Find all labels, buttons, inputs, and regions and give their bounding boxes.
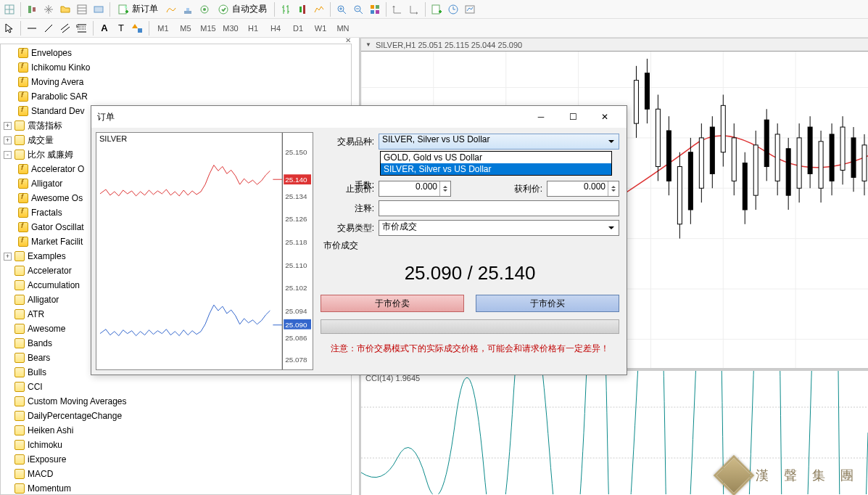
dropdown-item-gold[interactable]: GOLD, Gold vs US Dollar — [381, 152, 611, 163]
toolbar-btn[interactable] — [429, 1, 445, 17]
toolbar-btn[interactable] — [406, 1, 422, 17]
svg-marker-50 — [6, 24, 12, 33]
toolbar-btn[interactable] — [389, 1, 405, 17]
toolbar-btn[interactable] — [57, 1, 73, 17]
symbol-dropdown[interactable]: GOLD, Gold vs US Dollar SILVER, Silver v… — [380, 151, 612, 176]
folder-icon — [15, 309, 25, 319]
toolbar-btn[interactable] — [197, 1, 212, 17]
timeframe-m1[interactable]: M1 — [152, 21, 174, 36]
zoom-in-icon[interactable] — [334, 1, 350, 17]
timeframe-h1[interactable]: H1 — [242, 21, 264, 36]
tree-toggle-icon[interactable]: + — [4, 253, 12, 261]
tree-label: Heiken Ashi — [28, 425, 73, 435]
new-order-button[interactable]: 新订单 — [113, 1, 162, 17]
toolbar-btn[interactable] — [1, 1, 17, 17]
dropdown-item-silver[interactable]: SILVER, Silver vs US Dollar — [381, 163, 611, 175]
timeframe-d1[interactable]: D1 — [287, 21, 309, 36]
tree-item[interactable]: MACD — [1, 467, 351, 481]
tree-toggle-icon[interactable]: + — [4, 122, 12, 130]
tree-item[interactable]: Custom Moving Averages — [1, 394, 351, 409]
fibo-icon[interactable]: E — [74, 20, 90, 36]
symbol-label: 交易品种: — [321, 136, 379, 148]
svg-line-52 — [45, 25, 52, 32]
toolbar-btn[interactable] — [278, 1, 294, 17]
zoom-out-icon[interactable] — [350, 1, 366, 17]
folder-icon — [15, 251, 25, 261]
svg-rect-110 — [819, 142, 823, 188]
tree-toggle-icon[interactable]: + — [4, 136, 12, 144]
timeframe-m15[interactable]: M15 — [197, 21, 219, 36]
text-T-icon[interactable]: T — [113, 20, 129, 36]
svg-rect-104 — [786, 149, 790, 195]
panel-close-icon[interactable]: ✕ — [345, 36, 867, 44]
svg-text:25.110: 25.110 — [285, 261, 307, 269]
tree-item[interactable]: Ichimoku — [1, 438, 351, 452]
tree-item[interactable]: Moving Avera — [1, 75, 351, 89]
toolbar-btn[interactable] — [294, 1, 310, 17]
brand-logo: 漢 聲 集 團 — [719, 461, 859, 490]
toolbar-btn[interactable] — [24, 1, 40, 17]
toolbar-btn[interactable] — [41, 1, 57, 17]
minimize-button[interactable]: ─ — [525, 107, 557, 127]
tree-label: ATR — [28, 309, 44, 319]
svg-rect-26 — [299, 7, 302, 12]
svg-text:25.150: 25.150 — [285, 148, 307, 156]
svg-rect-76 — [634, 81, 638, 123]
toolbar-btn[interactable] — [367, 1, 383, 17]
folder-icon — [15, 425, 25, 435]
tree-label: Parabolic SAR — [31, 91, 88, 102]
tree-toggle-icon[interactable]: - — [4, 151, 12, 159]
timeframe-m5[interactable]: M5 — [175, 21, 197, 36]
sl-input[interactable]: 0.000 — [379, 181, 451, 197]
timeframe-mn[interactable]: MN — [332, 21, 354, 36]
timeframe-m30[interactable]: M30 — [220, 21, 241, 36]
spinner-icon[interactable] — [608, 181, 619, 196]
comment-input[interactable] — [379, 200, 619, 216]
svg-rect-108 — [808, 127, 812, 173]
buy-button[interactable]: 于市价买 — [476, 295, 619, 312]
toolbar-btn[interactable] — [311, 1, 327, 17]
spinner-icon[interactable] — [439, 181, 450, 196]
tree-label: Bears — [28, 353, 50, 363]
symbol-select[interactable]: SILVER, Silver vs US Dollar — [379, 134, 619, 150]
text-A-icon[interactable]: A — [96, 20, 112, 36]
maximize-button[interactable]: ☐ — [557, 107, 589, 127]
tree-item[interactable]: Ichikomu Kinko — [1, 60, 351, 75]
tree-label: Accelerator O — [31, 164, 84, 174]
tree-item[interactable]: DailyPercentageChange — [1, 409, 351, 423]
tree-item[interactable]: Heiken Ashi — [1, 423, 351, 438]
shapes-icon[interactable] — [130, 20, 146, 36]
tree-item[interactable]: Envelopes — [1, 46, 351, 60]
cci-indicator-panel[interactable]: CCI(14) 1.9645 漢 聲 集 團 — [361, 371, 868, 494]
toolbar-btn[interactable] — [180, 1, 196, 17]
toolbar-btn[interactable] — [74, 1, 90, 17]
tree-item[interactable]: CCI — [1, 380, 351, 394]
tree-item[interactable]: Parabolic SAR — [1, 89, 351, 104]
toolbar-btn[interactable] — [462, 1, 478, 17]
timeframe-w1[interactable]: W1 — [310, 21, 331, 36]
type-select[interactable]: 市价成交 — [379, 220, 619, 236]
sl-label: 止损价: — [321, 183, 379, 195]
toolbar-btn[interactable] — [163, 1, 179, 17]
toolbar-btn[interactable] — [91, 1, 107, 17]
sell-button[interactable]: 于市价卖 — [321, 295, 464, 312]
tp-input[interactable]: 0.000 — [547, 181, 619, 197]
svg-text:25.134: 25.134 — [285, 192, 307, 200]
svg-text:E: E — [76, 24, 79, 28]
line-diag-icon[interactable] — [41, 20, 57, 36]
tree-label: Alligator — [31, 179, 62, 189]
tree-item[interactable]: iExposure — [1, 452, 351, 467]
channel-icon[interactable] — [57, 20, 73, 36]
svg-text:25.118: 25.118 — [285, 238, 307, 246]
tp-label: 获利价: — [503, 183, 547, 195]
svg-rect-100 — [764, 120, 769, 166]
close-button[interactable]: ✕ — [589, 107, 621, 127]
line-horiz-icon[interactable] — [24, 20, 40, 36]
timeframe-h4[interactable]: H4 — [265, 21, 286, 36]
dialog-titlebar[interactable]: 订单 ─ ☐ ✕ — [91, 106, 627, 128]
tree-item[interactable]: Momentum — [1, 481, 351, 495]
clock-icon[interactable] — [445, 1, 461, 17]
auto-trade-button[interactable]: 自动交易 — [213, 1, 271, 17]
execution-section-title: 市价成交 — [323, 240, 619, 252]
cursor-icon[interactable] — [1, 20, 17, 36]
